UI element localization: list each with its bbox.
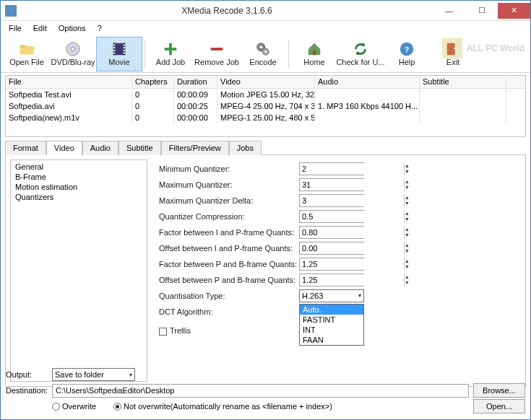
tab-jobs[interactable]: Jobs [229, 141, 262, 155]
watermark-text: ALL PC World [467, 43, 524, 53]
refresh-icon [353, 41, 368, 57]
table-row[interactable]: Softpedia.avi000:00:25MPEG-4 25.00 Hz, 7… [6, 100, 525, 112]
menu-help[interactable]: ? [92, 22, 107, 34]
footer: Output: Save to folder▾ Destination: Bro… [0, 364, 531, 420]
svg-rect-6 [113, 47, 116, 48]
svg-rect-20 [313, 51, 316, 55]
side-panel[interactable]: General B-Frame Motion estimation Quanti… [10, 159, 147, 382]
menu-bar: File Edit Options ? [1, 21, 530, 35]
side-motion[interactable]: Motion estimation [12, 182, 145, 192]
tab-subtitle[interactable]: Subtitle [118, 141, 161, 155]
minus-icon [209, 41, 225, 57]
opb-input[interactable]: ▲▼ [299, 274, 364, 286]
col-duration[interactable]: Duration [174, 76, 217, 88]
col-video[interactable]: Video [217, 76, 315, 88]
tab-body: General B-Frame Motion estimation Quanti… [5, 154, 526, 387]
tab-video[interactable]: Video [46, 141, 82, 155]
file-list[interactable]: File Chapters Duration Video Audio Subti… [5, 75, 526, 137]
help-icon: ? [399, 41, 415, 57]
menu-options[interactable]: Options [53, 22, 91, 34]
col-subtitle[interactable]: Subtitle [420, 76, 506, 88]
dct-dropdown[interactable]: Auto. FASTINT INT FAAN [299, 304, 364, 346]
table-row[interactable]: Softpedia(new).m1v000:00:00MPEG-1 25.00 … [6, 112, 525, 123]
svg-rect-10 [124, 47, 126, 48]
svg-rect-9 [124, 45, 126, 46]
add-job-button[interactable]: Add Job [147, 37, 194, 71]
svg-rect-5 [113, 45, 116, 46]
overwrite-radio[interactable]: Overwrite [52, 402, 96, 411]
maximize-button[interactable]: ☐ [465, 3, 498, 19]
col-file[interactable]: File [6, 76, 132, 88]
tab-filters[interactable]: Filters/Preview [161, 141, 229, 155]
fip-input[interactable]: ▲▼ [299, 226, 364, 239]
menu-edit[interactable]: Edit [28, 22, 52, 34]
dropdown-option[interactable]: INT [300, 325, 363, 335]
open-file-button[interactable]: Open File [4, 37, 50, 71]
tab-strip: Format Video Audio Subtitle Filters/Prev… [5, 141, 526, 155]
help-button[interactable]: ?Help [384, 37, 430, 71]
side-quantizers[interactable]: Quantizers [12, 192, 145, 202]
svg-point-17 [259, 45, 262, 48]
svg-rect-14 [165, 48, 177, 51]
svg-text:?: ? [405, 46, 409, 54]
home-icon [306, 41, 322, 57]
qtype-select[interactable]: H.263▾ [299, 289, 364, 302]
movie-button[interactable]: Movie [96, 37, 142, 71]
menu-file[interactable]: File [4, 22, 27, 34]
svg-rect-11 [124, 50, 126, 51]
dropdown-option[interactable]: FAAN [300, 335, 363, 345]
qcomp-input[interactable]: ▲▼ [299, 210, 364, 223]
maxq-input[interactable]: ▲▼ [299, 178, 364, 191]
toolbar: Open File DVD/Blu-ray Movie Add Job Remo… [1, 35, 530, 73]
file-list-header: File Chapters Duration Video Audio Subti… [6, 76, 525, 89]
minimize-button[interactable]: — [433, 3, 465, 19]
table-row[interactable]: Softpedia Test.avi000:00:09Motion JPEG 1… [6, 89, 525, 100]
update-button[interactable]: Check for U... [337, 37, 384, 71]
form-area: Minimum Quantizer:▲▼ Maximum Quantizer:▲… [152, 155, 525, 386]
window-title: XMedia Recode 3.1.6.6 [21, 6, 433, 16]
app-icon [5, 5, 17, 17]
tab-format[interactable]: Format [5, 141, 46, 155]
dropdown-option[interactable]: FASTINT [300, 315, 363, 325]
side-bframe[interactable]: B-Frame [12, 172, 145, 182]
col-audio[interactable]: Audio [315, 76, 420, 88]
encode-button[interactable]: Encode [240, 37, 286, 71]
not-overwrite-radio[interactable]: Not overwrite(Automatically rename as <f… [113, 402, 332, 411]
maxq-label: Maximum Quantizer: [159, 180, 299, 189]
disc-icon [65, 41, 81, 57]
side-general[interactable]: General [12, 162, 145, 172]
output-label: Output: [6, 370, 48, 379]
close-button[interactable]: ✕ [498, 3, 530, 19]
destination-label: Destination: [6, 386, 48, 395]
oip-input[interactable]: ▲▼ [299, 242, 364, 255]
trellis-checkbox[interactable]: Trellis [159, 326, 299, 336]
output-select[interactable]: Save to folder▾ [52, 368, 135, 381]
fip-label: Factor between I and P-frame Quants: [159, 228, 299, 237]
plus-icon [163, 41, 178, 57]
separator [288, 40, 289, 69]
minq-input[interactable]: ▲▼ [299, 162, 364, 175]
opb-label: Offset between P and B-frame Quants: [159, 276, 299, 284]
destination-input[interactable] [52, 384, 469, 398]
chevron-down-icon: ▾ [129, 372, 132, 378]
remove-job-button[interactable]: Remove Job [194, 37, 240, 71]
watermark: ALL PC World [442, 38, 524, 58]
folder-open-icon [19, 41, 35, 57]
separator [144, 40, 145, 69]
maxqd-input[interactable]: ▲▼ [299, 194, 364, 207]
home-button[interactable]: Home [291, 37, 337, 71]
col-chapters[interactable]: Chapters [132, 76, 174, 88]
tab-audio[interactable]: Audio [82, 141, 118, 155]
dct-label: DCT Algorithm: [159, 307, 299, 316]
chevron-down-icon: ▾ [358, 292, 361, 299]
browse-button[interactable]: Browse... [473, 383, 525, 398]
qcomp-label: Quantizer Compression: [159, 212, 299, 221]
dvd-button[interactable]: DVD/Blu-ray [50, 37, 96, 71]
svg-point-1 [71, 47, 75, 51]
oip-label: Offset between I and P-frame Quants: [159, 244, 299, 253]
fpb-input[interactable]: ▲▼ [299, 258, 364, 271]
fpb-label: Factor between P and B-frame Quants: [159, 260, 299, 268]
svg-rect-7 [113, 50, 116, 51]
open-button[interactable]: Open... [473, 399, 525, 414]
dropdown-option[interactable]: Auto. [300, 305, 363, 315]
